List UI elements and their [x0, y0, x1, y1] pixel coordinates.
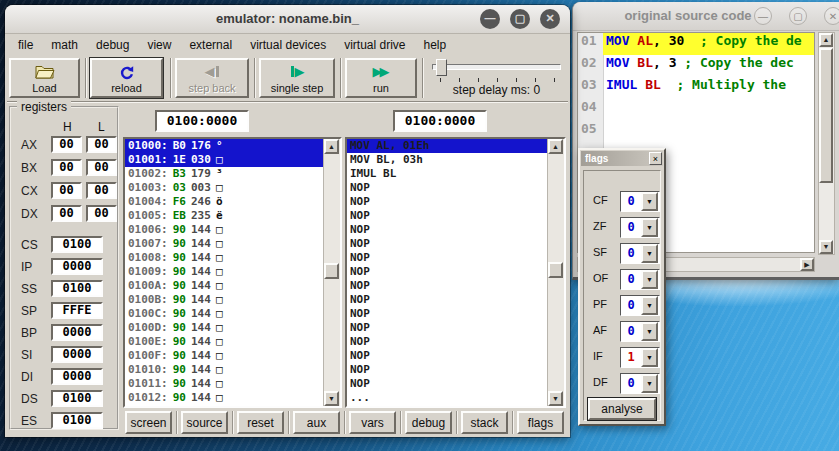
memory-row[interactable]: 01008:90144□ [125, 251, 324, 265]
menu-item-math[interactable]: math [42, 38, 87, 52]
source-code-line[interactable]: 02MOV BL, 3 ; Copy the dec [578, 55, 814, 77]
analyse-button[interactable]: analyse [588, 398, 656, 420]
panel-button-source[interactable]: source [181, 411, 228, 434]
disassembly-row[interactable]: NOP [347, 307, 548, 321]
scroll-down-icon[interactable]: ▼ [548, 391, 563, 406]
register-di-field[interactable]: 0000 [51, 368, 103, 385]
slider-track[interactable] [432, 64, 561, 70]
disassembly-row[interactable]: NOP [347, 349, 548, 363]
memory-row[interactable]: 01002:B3179³ [125, 167, 324, 181]
memory-row[interactable]: 01010:90144□ [125, 363, 324, 377]
scrollbar-thumb[interactable] [819, 48, 833, 183]
panel-button-debug[interactable]: debug [405, 411, 452, 434]
register-ip-field[interactable]: 0000 [51, 258, 103, 275]
scroll-up-icon[interactable]: ▲ [324, 139, 339, 154]
flag-sf-combobox[interactable]: 0▼ [620, 243, 660, 264]
memory-row[interactable]: 01004:F6246ö [125, 195, 324, 209]
disassembly-row[interactable]: MOV AL, 01Eh [347, 139, 548, 153]
register-cx-high-field[interactable]: 00 [51, 182, 82, 199]
memory-row[interactable]: 01007:90144□ [125, 237, 324, 251]
panel-button-flags[interactable]: flags [517, 411, 564, 434]
flag-pf-combobox[interactable]: 0▼ [620, 295, 660, 316]
memory-scrollbar[interactable]: ▲ ▼ [323, 139, 340, 406]
source-vertical-scrollbar[interactable]: ▲ ▼ [818, 32, 835, 255]
register-es-field[interactable]: 0100 [51, 412, 103, 429]
source-code-line[interactable]: 03IMUL BL ; Multiply the [578, 77, 814, 99]
menu-item-file[interactable]: file [9, 38, 42, 52]
panel-button-vars[interactable]: vars [349, 411, 396, 434]
memory-row[interactable]: 01003:03003□ [125, 181, 324, 195]
scroll-down-icon[interactable]: ▼ [819, 240, 833, 254]
close-icon[interactable]: ✕ [540, 9, 560, 29]
scroll-down-icon[interactable]: ▼ [324, 391, 339, 406]
register-cs-field[interactable]: 0100 [51, 236, 103, 253]
register-si-field[interactable]: 0000 [51, 346, 103, 363]
menu-item-view[interactable]: view [138, 38, 180, 52]
close-icon[interactable]: × [649, 152, 662, 165]
disassembly-row[interactable]: NOP [347, 335, 548, 349]
source-window-titlebar[interactable]: original source code — ▢ ✕ [573, 2, 839, 31]
memory-row[interactable]: 0100A:90144□ [125, 279, 324, 293]
memory-row[interactable]: 0100E:90144□ [125, 335, 324, 349]
scrollbar-thumb[interactable] [324, 263, 339, 279]
flag-of-combobox[interactable]: 0▼ [620, 269, 660, 290]
register-sp-field[interactable]: FFFE [51, 302, 103, 319]
dropdown-arrow-icon[interactable]: ▼ [641, 296, 658, 315]
scroll-right-icon[interactable]: ▶ [800, 258, 814, 271]
panel-button-stack[interactable]: stack [461, 411, 508, 434]
single-step-button[interactable]: ▶ single step [259, 58, 335, 98]
disassembly-row[interactable]: NOP [347, 237, 548, 251]
disassembly-row[interactable]: ... [347, 391, 548, 405]
disassembly-row[interactable]: NOP [347, 293, 548, 307]
dropdown-arrow-icon[interactable]: ▼ [641, 192, 658, 211]
disassembly-scrollbar[interactable]: ▲ ▼ [547, 139, 564, 406]
register-dx-low-field[interactable]: 00 [86, 205, 117, 222]
disassembly-row[interactable]: NOP [347, 377, 548, 391]
register-ss-field[interactable]: 0100 [51, 280, 103, 297]
menu-item-virtual-devices[interactable]: virtual devices [241, 38, 335, 52]
scroll-up-icon[interactable]: ▲ [819, 33, 833, 47]
dropdown-arrow-icon[interactable]: ▼ [641, 270, 658, 289]
maximize-icon[interactable]: ▢ [510, 9, 530, 29]
load-button[interactable]: Load [9, 58, 80, 98]
register-bx-low-field[interactable]: 00 [86, 159, 117, 176]
panel-button-reset[interactable]: reset [237, 411, 284, 434]
flag-df-combobox[interactable]: 0▼ [620, 373, 660, 394]
memory-row[interactable]: 0100D:90144□ [125, 321, 324, 335]
memory-row[interactable]: 01011:90144□ [125, 377, 324, 391]
dropdown-arrow-icon[interactable]: ▼ [641, 322, 658, 341]
disassembly-row[interactable]: NOP [347, 265, 548, 279]
register-bx-high-field[interactable]: 00 [51, 159, 82, 176]
slider-thumb[interactable] [436, 59, 447, 76]
source-code-line[interactable]: 05 [578, 121, 814, 143]
menu-item-debug[interactable]: debug [87, 38, 138, 52]
disasm-address-field[interactable]: 0100:0000 [393, 110, 487, 132]
disassembly-row[interactable]: NOP [347, 209, 548, 223]
scrollbar-thumb[interactable] [548, 262, 563, 278]
memory-row[interactable]: 01001:1E030□ [125, 153, 324, 167]
register-ds-field[interactable]: 0100 [51, 390, 103, 407]
dropdown-arrow-icon[interactable]: ▼ [641, 218, 658, 237]
emulator-titlebar[interactable]: emulator: noname.bin_ — ▢ ✕ [5, 5, 570, 34]
memory-row[interactable]: 01012:90144□ [125, 391, 324, 405]
reload-button[interactable]: reload [90, 58, 163, 98]
flag-af-combobox[interactable]: 0▼ [620, 321, 660, 342]
dropdown-arrow-icon[interactable]: ▼ [641, 348, 658, 367]
memory-address-field[interactable]: 0100:0000 [155, 110, 249, 132]
scroll-up-icon[interactable]: ▲ [548, 139, 563, 154]
memory-row[interactable]: 01006:90144□ [125, 223, 324, 237]
panel-button-aux[interactable]: aux [293, 411, 340, 434]
flag-cf-combobox[interactable]: 0▼ [620, 191, 660, 212]
source-code-line[interactable]: 04 [578, 99, 814, 121]
source-code-line[interactable]: 01MOV AL, 30 ; Copy the de [578, 33, 814, 55]
disassembly-row[interactable]: NOP [347, 223, 548, 237]
disassembly-row[interactable]: IMUL BL [347, 167, 548, 181]
memory-row[interactable]: 01000:B0176° [125, 139, 324, 153]
register-ax-high-field[interactable]: 00 [51, 136, 82, 153]
disassembly-row[interactable]: NOP [347, 279, 548, 293]
disassembly-row[interactable]: NOP [347, 251, 548, 265]
maximize-icon[interactable]: ▢ [789, 7, 807, 25]
disassembly-row[interactable]: NOP [347, 321, 548, 335]
memory-row[interactable]: 01009:90144□ [125, 265, 324, 279]
menu-item-help[interactable]: help [415, 38, 456, 52]
